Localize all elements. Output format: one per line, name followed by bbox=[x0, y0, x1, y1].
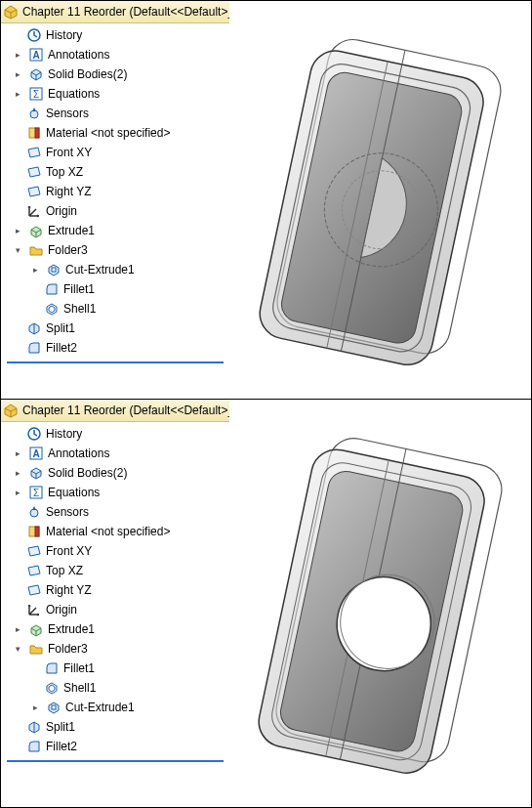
viewport-2[interactable] bbox=[229, 400, 531, 807]
tree-item-front-xy[interactable]: Front XY bbox=[1, 143, 229, 162]
tree-item-material-not-specified-[interactable]: Material <not specified> bbox=[1, 123, 229, 143]
chevron-right-icon[interactable]: ▸ bbox=[30, 702, 40, 712]
annot-icon bbox=[28, 47, 44, 63]
plane-icon bbox=[26, 563, 42, 578]
origin-icon bbox=[26, 203, 42, 219]
tree-item-label: Right YZ bbox=[46, 185, 91, 198]
tree-item-label: Solid Bodies(2) bbox=[48, 67, 127, 81]
tree-item-fillet2[interactable]: Fillet2 bbox=[1, 338, 229, 358]
tree-item-sensors[interactable]: Sensors bbox=[1, 104, 229, 123]
tree-item-sensors[interactable]: Sensors bbox=[1, 502, 229, 522]
mat-icon bbox=[26, 125, 42, 141]
solid-icon bbox=[28, 66, 44, 82]
tree-item-shell1[interactable]: Shell1 bbox=[1, 678, 229, 698]
cutext-icon bbox=[46, 700, 61, 715]
tree-item-solid-bodies-2-[interactable]: ▸Solid Bodies(2) bbox=[1, 64, 229, 84]
model-render-2 bbox=[246, 413, 514, 794]
tree-item-label: Fillet1 bbox=[63, 282, 95, 296]
tree-item-label: Shell1 bbox=[63, 302, 96, 316]
viewport-1[interactable] bbox=[229, 1, 531, 399]
chevron-down-icon[interactable]: ▾ bbox=[13, 644, 22, 654]
tree-item-origin[interactable]: Origin bbox=[1, 201, 229, 221]
tree-item-fillet1[interactable]: Fillet1 bbox=[1, 279, 229, 299]
chevron-right-icon[interactable]: ▸ bbox=[13, 226, 22, 235]
tree-item-label: Material <not specified> bbox=[46, 126, 170, 140]
history-icon bbox=[26, 426, 42, 442]
chevron-right-icon[interactable]: ▸ bbox=[13, 50, 22, 60]
chevron-right-icon[interactable]: ▸ bbox=[13, 468, 22, 478]
fillet-icon bbox=[44, 281, 60, 297]
plane-icon bbox=[26, 543, 42, 559]
extrude-icon bbox=[28, 223, 44, 238]
mat-icon bbox=[26, 524, 42, 539]
tree-item-label: Annotations bbox=[48, 447, 109, 460]
tree-item-right-yz[interactable]: Right YZ bbox=[1, 182, 229, 201]
sensor-icon bbox=[26, 106, 42, 121]
tree-item-extrude1[interactable]: ▸Extrude1 bbox=[1, 221, 229, 240]
tree-item-label: Material <not specified> bbox=[46, 525, 170, 538]
tree-item-front-xy[interactable]: Front XY bbox=[1, 541, 229, 561]
chevron-right-icon[interactable]: ▸ bbox=[13, 624, 22, 634]
tree-item-material-not-specified-[interactable]: Material <not specified> bbox=[1, 522, 229, 541]
tree-item-right-yz[interactable]: Right YZ bbox=[1, 580, 229, 600]
rollback-bar[interactable] bbox=[7, 760, 224, 762]
tree-item-label: Sensors bbox=[46, 505, 89, 519]
tree-item-solid-bodies-2-[interactable]: ▸Solid Bodies(2) bbox=[1, 463, 229, 483]
chevron-right-icon[interactable]: ▸ bbox=[13, 69, 22, 79]
tree-item-fillet1[interactable]: Fillet1 bbox=[1, 659, 229, 678]
feature-tree-2: Chapter 11 Reorder (Default<<Default>_D … bbox=[1, 400, 229, 807]
chevron-right-icon[interactable]: ▸ bbox=[13, 448, 22, 458]
tree-root[interactable]: Chapter 11 Reorder (Default<<Default>_D bbox=[1, 1, 229, 23]
sensor-icon bbox=[26, 504, 42, 520]
plane-icon bbox=[26, 582, 42, 598]
plane-icon bbox=[26, 145, 42, 160]
origin-icon bbox=[26, 602, 42, 617]
root-label: Chapter 11 Reorder (Default<<Default>_D bbox=[22, 5, 229, 19]
chevron-right-icon[interactable]: ▸ bbox=[13, 488, 22, 497]
plane-icon bbox=[26, 184, 42, 199]
chevron-down-icon[interactable]: ▾ bbox=[13, 245, 22, 255]
tree-item-label: Fillet1 bbox=[63, 661, 95, 675]
tree-item-label: Right YZ bbox=[46, 583, 91, 597]
rollback-bar[interactable] bbox=[7, 361, 224, 363]
tree-item-fillet2[interactable]: Fillet2 bbox=[1, 737, 229, 756]
folder-icon bbox=[28, 242, 44, 258]
tree-item-label: Front XY bbox=[46, 146, 92, 159]
tree-item-origin[interactable]: Origin bbox=[1, 600, 229, 619]
tree-item-shell1[interactable]: Shell1 bbox=[1, 299, 229, 319]
tree-item-history[interactable]: History bbox=[1, 25, 229, 45]
tree-item-folder3[interactable]: ▾Folder3 bbox=[1, 240, 229, 260]
shell-icon bbox=[44, 680, 60, 696]
tree-item-label: Solid Bodies(2) bbox=[48, 466, 127, 480]
fillet-icon bbox=[44, 660, 60, 676]
tree-item-split1[interactable]: Split1 bbox=[1, 717, 229, 737]
tree-item-label: Folder3 bbox=[48, 243, 88, 257]
tree-item-label: Origin bbox=[46, 603, 77, 617]
tree-item-annotations[interactable]: ▸Annotations bbox=[1, 45, 229, 64]
tree-item-history[interactable]: History bbox=[1, 424, 229, 444]
tree-item-label: Fillet2 bbox=[46, 740, 77, 753]
part-icon bbox=[3, 4, 19, 20]
tree-item-folder3[interactable]: ▾Folder3 bbox=[1, 639, 229, 659]
tree-item-label: Split1 bbox=[46, 720, 75, 734]
tree-item-equations[interactable]: ▸Equations bbox=[1, 483, 229, 502]
chevron-right-icon[interactable]: ▸ bbox=[13, 89, 22, 99]
plane-icon bbox=[26, 164, 42, 180]
tree-item-top-xz[interactable]: Top XZ bbox=[1, 162, 229, 182]
tree-root[interactable]: Chapter 11 Reorder (Default<<Default>_D bbox=[1, 400, 229, 422]
tree-item-label: Extrude1 bbox=[48, 622, 95, 636]
history-icon bbox=[26, 27, 42, 43]
tree-item-annotations[interactable]: ▸Annotations bbox=[1, 444, 229, 463]
tree-item-top-xz[interactable]: Top XZ bbox=[1, 561, 229, 580]
tree-item-equations[interactable]: ▸Equations bbox=[1, 84, 229, 104]
chevron-right-icon[interactable]: ▸ bbox=[30, 265, 40, 275]
tree-item-split1[interactable]: Split1 bbox=[1, 319, 229, 338]
tree-item-label: Top XZ bbox=[46, 165, 83, 179]
tree-item-label: Shell1 bbox=[63, 681, 96, 695]
tree-item-label: History bbox=[46, 427, 82, 441]
tree-item-cut-extrude1[interactable]: ▸Cut-Extrude1 bbox=[1, 698, 229, 717]
tree-item-extrude1[interactable]: ▸Extrude1 bbox=[1, 619, 229, 639]
split-icon bbox=[26, 320, 42, 336]
tree-item-label: Equations bbox=[48, 87, 100, 101]
tree-item-cut-extrude1[interactable]: ▸Cut-Extrude1 bbox=[1, 260, 229, 279]
